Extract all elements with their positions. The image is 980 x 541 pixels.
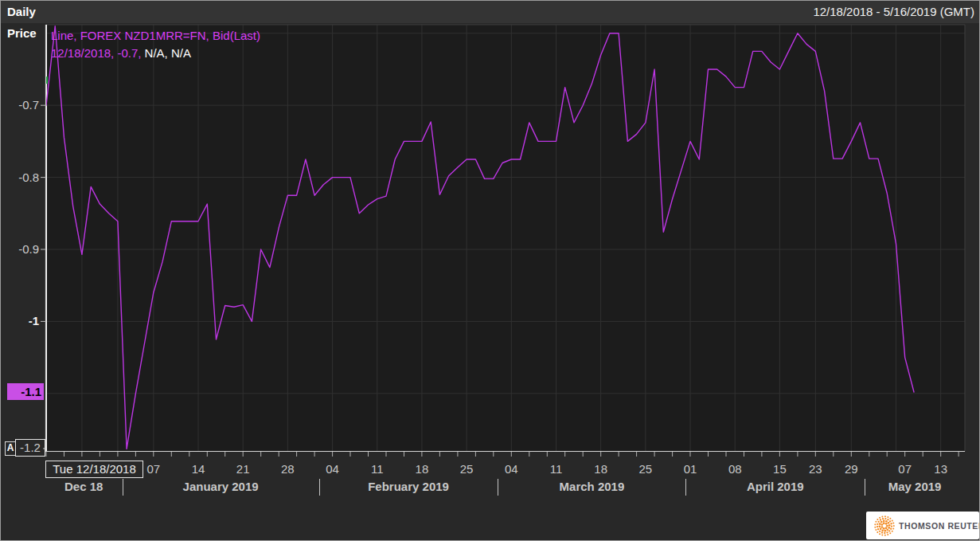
chart-canvas[interactable] bbox=[1, 1, 979, 540]
y-axis-clamped-label: -1.2 bbox=[15, 439, 45, 457]
chart-legend: Line, FOREX NZD1MRR=FN, Bid(Last) 12/18/… bbox=[51, 27, 260, 62]
thomson-reuters-logo: THOMSON REUTERS bbox=[866, 512, 979, 539]
x-axis-tick-label: 13 bbox=[925, 462, 957, 476]
x-axis-tick-label: 25 bbox=[630, 462, 662, 476]
y-axis-title: Price bbox=[7, 26, 37, 40]
x-axis-tick-label: 08 bbox=[719, 462, 751, 476]
month-separator bbox=[685, 479, 686, 496]
x-axis-tick-label: 11 bbox=[540, 462, 572, 476]
month-separator bbox=[498, 479, 498, 496]
month-label: January 2019 bbox=[133, 480, 308, 493]
month-label: May 2019 bbox=[827, 480, 980, 493]
x-axis-tick-label: 15 bbox=[763, 462, 795, 476]
x-axis-tick-label: 18 bbox=[406, 462, 438, 476]
last-value-badge: -1.1 bbox=[7, 383, 44, 400]
x-axis-tick-label: 01 bbox=[674, 462, 706, 476]
y-axis-label: -0.8 bbox=[1, 171, 39, 185]
x-axis-tick-label: 11 bbox=[361, 462, 393, 476]
month-label: March 2019 bbox=[504, 480, 679, 493]
x-axis-tick-label: 25 bbox=[451, 462, 482, 476]
x-axis-tick-label: 07 bbox=[138, 462, 170, 476]
x-axis-tick-label: 29 bbox=[835, 462, 867, 476]
chart-header: Daily 12/18/2018 - 5/16/2019 (GMT) bbox=[1, 1, 979, 23]
x-axis-tick-label: 21 bbox=[227, 462, 259, 476]
x-axis-tick-label: 04 bbox=[317, 462, 349, 476]
plot-area[interactable] bbox=[46, 25, 965, 452]
x-axis-tick-label: 28 bbox=[271, 462, 303, 476]
reuters-sunburst-icon bbox=[873, 514, 896, 538]
y-axis-label: -1 bbox=[1, 314, 39, 328]
x-axis-tick-label: 07 bbox=[889, 462, 921, 476]
month-label: February 2019 bbox=[321, 480, 496, 493]
chart-window: Daily 12/18/2018 - 5/16/2019 (GMT) Price… bbox=[0, 0, 980, 541]
month-separator bbox=[319, 479, 320, 496]
date-range-label: 12/18/2018 - 5/16/2019 (GMT) bbox=[813, 5, 974, 18]
logo-text: THOMSON REUTERS bbox=[899, 521, 980, 531]
legend-cursor-values: 12/18/2018, -0.7, N/A, N/A bbox=[51, 45, 260, 62]
x-axis-tick-label: 18 bbox=[585, 462, 617, 476]
interval-label: Daily bbox=[7, 5, 36, 18]
cursor-date-box[interactable]: Tue 12/18/2018 bbox=[45, 461, 143, 478]
x-axis-tick-label: 14 bbox=[182, 462, 214, 476]
annotation-marker[interactable]: A bbox=[5, 441, 16, 456]
y-axis-label: -0.7 bbox=[1, 98, 39, 112]
x-axis-tick-label: 23 bbox=[799, 462, 831, 476]
y-axis-label: -0.9 bbox=[1, 242, 39, 257]
x-axis-tick-label: 04 bbox=[495, 462, 527, 476]
legend-series-label: Line, FOREX NZD1MRR=FN, Bid(Last) bbox=[51, 27, 260, 45]
